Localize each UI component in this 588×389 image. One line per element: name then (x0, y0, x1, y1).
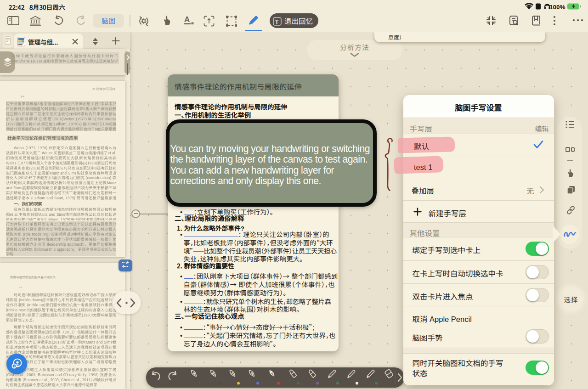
svg-text:100%: 100% (549, 4, 565, 11)
svg-text:T: T (275, 18, 279, 25)
svg-text:?: ? (13, 364, 15, 369)
svg-text:A: A (184, 15, 190, 24)
